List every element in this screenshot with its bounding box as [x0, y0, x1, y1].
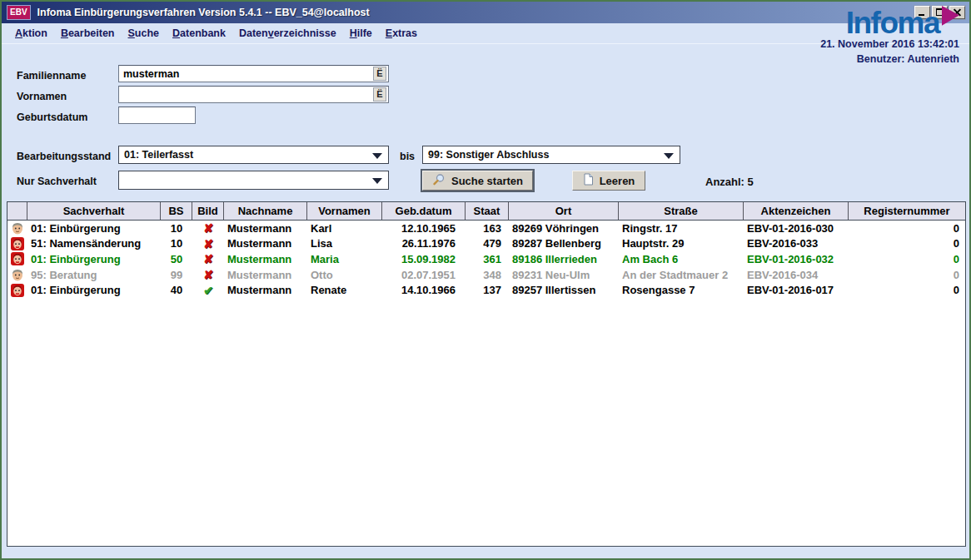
column-header-Aktenzeichen[interactable]: Aktenzeichen [744, 202, 849, 220]
cell-registernummer: 0 [849, 222, 965, 235]
menu-item-aktion[interactable]: Aktion [8, 25, 54, 42]
geburtsdatum-label: Geburtsdatum [17, 112, 87, 123]
search-button[interactable]: Suche starten [422, 171, 533, 191]
column-header-BS[interactable]: BS [161, 202, 192, 220]
cell-bild: ✘ [192, 268, 224, 281]
cell-vornamen: Maria [307, 253, 382, 265]
infoma-logo-arrow-icon [942, 6, 959, 28]
column-header-Vornamen[interactable]: Vornamen [307, 202, 382, 220]
window-title: Infoma Einbürgerungsverfahren Version 5.… [37, 7, 914, 18]
cell-ort: 89287 Bellenberg [509, 237, 619, 250]
table-body: 01: Einbürgerung10✘MustermannKarl12.10.1… [7, 221, 965, 298]
vornamen-label: Vornamen [17, 91, 67, 102]
cell-bs: 99 [161, 269, 192, 281]
cell-ort: 89231 Neu-Ulm [509, 269, 619, 281]
cell-aktenzeichen: EBV-01-2016-030 [744, 222, 849, 235]
menu-item-datenverzeichnisse[interactable]: Datenverzeichnisse [232, 25, 343, 42]
cell-sachverhalt: 51: Namensänderung [27, 237, 161, 250]
cell-nachname: Mustermann [224, 269, 307, 281]
table-row[interactable]: 01: Einbürgerung10✘MustermannKarl12.10.1… [7, 221, 965, 236]
bis-label: bis [400, 151, 415, 162]
infoma-logo-text: Infoma [846, 8, 939, 37]
cell-gebdatum: 02.07.1951 [382, 269, 466, 281]
results-table: SachverhaltBSBildNachnameVornamenGeb.dat… [7, 201, 966, 547]
column-header-Geb.datum[interactable]: Geb.datum [382, 202, 466, 220]
column-header-Straße[interactable]: Straße [619, 202, 744, 220]
cell-strasse: Rosengasse 7 [619, 284, 744, 296]
cell-bs: 40 [161, 284, 192, 296]
cell-staat: 137 [466, 284, 509, 296]
cell-registernummer: 0 [849, 284, 965, 296]
column-header-icon[interactable] [7, 202, 27, 220]
vornamen-input[interactable] [118, 86, 389, 103]
menu-item-bearbeiten[interactable]: Bearbeiten [54, 25, 122, 42]
cell-strasse: Hauptstr. 29 [619, 237, 744, 250]
cell-gebdatum: 14.10.1966 [382, 284, 466, 296]
nur-sachverhalt-select[interactable] [118, 171, 389, 190]
menu-item-suche[interactable]: Suche [122, 25, 167, 42]
column-header-Ort[interactable]: Ort [509, 202, 619, 220]
cell-bild: ✘ [192, 252, 224, 265]
current-user: Benutzer: Autenrieth [820, 52, 959, 67]
branding-block: Infoma 21. November 2016 13:42:01 Benutz… [820, 8, 959, 67]
cell-gebdatum: 15.09.1982 [382, 253, 466, 265]
table-row[interactable]: 01: Einbürgerung50✘MustermannMaria15.09.… [7, 251, 965, 267]
red-x-icon: ✘ [203, 221, 213, 235]
table-row[interactable]: 51: Namensänderung10✘MustermannLisa26.11… [7, 236, 965, 252]
column-header-Staat[interactable]: Staat [466, 202, 509, 220]
cell-aktenzeichen: EBV-01-2016-032 [744, 253, 849, 265]
blank-page-icon [583, 173, 594, 188]
cell-bs: 10 [161, 222, 192, 235]
column-header-Bild[interactable]: Bild [192, 202, 224, 220]
current-datetime: 21. November 2016 13:42:01 [820, 37, 959, 52]
bearbeitungsstand-bis-select[interactable]: 99: Sonstiger Abschluss [422, 146, 680, 164]
cell-vornamen: Renate [307, 284, 382, 296]
table-header: SachverhaltBSBildNachnameVornamenGeb.dat… [7, 202, 965, 221]
cell-staat: 163 [466, 222, 509, 235]
cell-bild: ✘ [192, 237, 224, 250]
menu-item-hilfe[interactable]: Hilfe [343, 25, 379, 42]
red-x-icon: ✘ [203, 237, 213, 250]
cell-vornamen: Lisa [307, 237, 382, 250]
bearbeitungsstand-von-select[interactable]: 01: Teilerfasst [118, 146, 389, 164]
cell-sachverhalt: 01: Einbürgerung [27, 284, 161, 296]
cell-gebdatum: 12.10.1965 [382, 222, 466, 235]
cell-aktenzeichen: EBV-2016-033 [744, 237, 849, 250]
clear-button-label: Leeren [600, 175, 635, 187]
table-row[interactable]: 01: Einbürgerung40✔MustermannRenate14.10… [7, 282, 965, 298]
cell-sachverhalt: 01: Einbürgerung [27, 222, 161, 235]
cell-registernummer: 0 [849, 237, 965, 250]
search-form-area: Familienname Ë Vornamen Ë Geburtsdatum B… [2, 44, 969, 201]
cell-nachname: Mustermann [224, 284, 307, 296]
cell-bild: ✘ [192, 221, 224, 235]
cell-registernummer: 0 [849, 269, 965, 281]
person-male-icon [7, 221, 27, 235]
menu-item-datenbank[interactable]: Datenbank [166, 25, 232, 42]
red-x-icon: ✘ [203, 252, 213, 265]
chevron-down-icon [664, 153, 674, 159]
cell-strasse: An der Stadtmauer 2 [619, 269, 744, 281]
cell-bild: ✔ [192, 284, 224, 297]
cell-nachname: Mustermann [224, 222, 307, 235]
familienname-input[interactable] [118, 65, 389, 82]
column-header-Registernummer[interactable]: Registernummer [849, 202, 965, 220]
cell-staat: 348 [466, 269, 509, 281]
column-header-Sachverhalt[interactable]: Sachverhalt [27, 202, 161, 220]
geburtsdatum-input[interactable] [118, 107, 196, 124]
red-x-icon: ✘ [203, 268, 213, 281]
search-button-label: Suche starten [451, 175, 523, 187]
menu-item-extras[interactable]: Extras [379, 25, 424, 42]
cell-nachname: Mustermann [224, 253, 307, 265]
column-header-Nachname[interactable]: Nachname [224, 202, 307, 220]
person-female-icon [7, 251, 27, 266]
clear-button[interactable]: Leeren [572, 171, 645, 191]
vornamen-picker-button[interactable]: Ë [373, 87, 386, 102]
familienname-picker-button[interactable]: Ë [373, 67, 386, 81]
table-row[interactable]: 95: Beratung99✘MustermannOtto02.07.19513… [7, 267, 965, 283]
bearbeitungsstand-von-value: 01: Teilerfasst [124, 149, 193, 161]
bearbeitungsstand-label: Bearbeitungsstand [17, 151, 111, 162]
cell-aktenzeichen: EBV-2016-034 [744, 269, 849, 281]
cell-bs: 10 [161, 237, 192, 250]
cell-bs: 50 [161, 253, 192, 265]
cell-ort: 89269 Vöhringen [509, 222, 619, 235]
